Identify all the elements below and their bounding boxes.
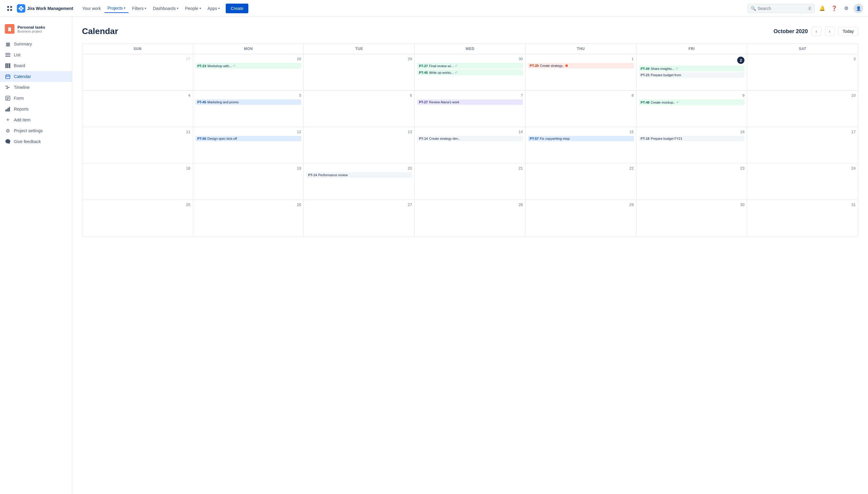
cell-date-number: 27 [306,203,412,207]
calendar-week-3: 181920PT-14Performance review21222324 [82,164,858,200]
calendar-cell[interactable]: 13 [304,127,415,163]
calendar-cell[interactable]: 29 [525,200,636,236]
logo-icon [17,4,25,13]
project-type: Business project [17,30,45,33]
sidebar-item-reports[interactable]: Reports [0,103,72,114]
calendar-cell[interactable]: 8 [525,91,636,127]
sidebar-item-give-feedback[interactable]: Give feedback [0,136,72,147]
month-year-display: October 2020 [774,28,808,35]
calendar-cell[interactable]: 14PT-14Create strategy den.. [415,127,525,163]
task-chip[interactable]: PT-27Review Alana's work [417,99,523,105]
sidebar-item-form[interactable]: Form [0,93,72,103]
help-button[interactable]: ❓ [829,4,839,13]
calendar-cell[interactable]: 23 [636,164,747,200]
calendar-cell[interactable]: 30PT-27Final review w/...✓PT-45Write up … [415,54,525,90]
settings-button[interactable]: ⚙ [842,4,851,13]
search-box[interactable]: 🔍 / [747,4,815,13]
task-chip[interactable]: PT-45Write up works...✓ [417,70,523,75]
task-chip[interactable]: PT-23Prepare budget from [639,72,745,78]
calendar-cell[interactable]: 26 [193,200,304,236]
sidebar-item-summary[interactable]: ▦ Summary [0,39,72,50]
calendar-cell[interactable]: 1PT-20Create strategy.. [525,54,636,90]
user-avatar[interactable]: 👤 [853,4,863,13]
task-chip[interactable]: PT-20Create strategy.. [528,63,634,69]
calendar-cell[interactable]: 29 [304,54,415,90]
calendar-cell[interactable]: 19 [193,164,304,200]
calendar-cell[interactable]: 16PT-18Prepare budget FY21 [636,127,747,163]
calendar-cell[interactable]: 4 [82,91,193,127]
task-check-icon: ✓ [676,100,679,104]
svg-rect-13 [6,76,10,77]
sidebar-item-timeline[interactable]: Timeline [0,82,72,93]
svg-rect-12 [8,74,9,76]
nav-dashboards[interactable]: Dashboards ▾ [150,4,181,13]
calendar-cell[interactable]: 25 [82,200,193,236]
task-chip[interactable]: PT-44Share insights...✓ [639,66,745,71]
task-id: PT-20 [530,64,539,68]
calendar-cell[interactable]: 15PT-57Fix copywriting misp [525,127,636,163]
calendar-cell[interactable]: 22 [525,164,636,200]
task-chip[interactable]: PT-56Design spec kick-off [196,136,301,141]
create-button[interactable]: Create [226,4,248,13]
nav-people[interactable]: People ▾ [182,4,204,13]
list-icon [5,52,11,58]
cell-date-number: 15 [528,130,634,134]
calendar-cell[interactable]: 20PT-14Performance review [304,164,415,200]
calendar-cell[interactable]: 2PT-44Share insights...✓PT-23Prepare bud… [636,54,747,90]
calendar-cell[interactable]: 9PT-48Create mockup..✓ [636,91,747,127]
logo[interactable]: Jira Work Management [17,4,73,13]
calendar-cell[interactable]: 27 [304,200,415,236]
calendar-cell[interactable]: 3 [747,54,858,90]
calendar-cell[interactable]: 28 [415,200,525,236]
nav-projects[interactable]: Projects ▾ [105,4,129,13]
svg-rect-15 [7,87,10,88]
task-chip[interactable]: PT-48Create mockup..✓ [639,99,745,105]
task-chip[interactable]: PT-27Final review w/...✓ [417,63,523,69]
calendar-cell[interactable]: 27 [82,54,193,90]
task-chip[interactable]: PT-57Fix copywriting misp [528,136,634,141]
task-label: Create mockup.. [651,101,675,104]
sidebar-item-board[interactable]: Board [0,60,72,71]
calendar-cell[interactable]: 24 [747,164,858,200]
nav-your-work[interactable]: Your work [79,4,104,13]
board-label: Board [14,63,25,68]
svg-rect-7 [5,63,7,68]
cell-date-number: 2 [737,57,744,64]
calendar-weeks: 2728PT-23Workshop with...✓2930PT-27Final… [82,54,858,236]
form-icon [5,95,11,101]
svg-rect-9 [9,63,10,68]
calendar-cell[interactable]: 7PT-27Review Alana's work [415,91,525,127]
search-shortcut: / [808,6,812,11]
sidebar-item-add-item[interactable]: + Add item [0,114,72,125]
prev-month-button[interactable]: ‹ [812,26,821,36]
calendar-cell[interactable]: 18 [82,164,193,200]
calendar-cell[interactable]: 31 [747,200,858,236]
calendar-cell[interactable]: 12PT-56Design spec kick-off [193,127,304,163]
notifications-button[interactable]: 🔔 [817,4,827,13]
calendar-cell[interactable]: 30 [636,200,747,236]
search-input[interactable] [758,6,806,11]
next-month-button[interactable]: › [825,26,834,36]
calendar-cell[interactable]: 11 [82,127,193,163]
calendar-cell[interactable]: 28PT-23Workshop with...✓ [193,54,304,90]
task-chip[interactable]: PT-18Prepare budget FY21 [639,136,745,141]
cell-date-number: 13 [306,130,412,134]
sidebar-item-calendar[interactable]: Calendar [0,71,72,82]
task-chip[interactable]: PT-14Performance review [306,172,412,178]
cell-date-number: 8 [528,93,634,98]
task-chip[interactable]: PT-45Marketing and promo [196,99,301,105]
calendar-cell[interactable]: 10 [747,91,858,127]
grid-menu-icon[interactable] [5,4,15,13]
nav-apps[interactable]: Apps ▾ [205,4,223,13]
calendar-cell[interactable]: 6 [304,91,415,127]
nav-filters[interactable]: Filters ▾ [129,4,149,13]
nav-items: Your work Projects ▾ Filters ▾ Dashboard… [79,4,746,13]
calendar-cell[interactable]: 17 [747,127,858,163]
today-button[interactable]: Today [838,27,858,36]
task-chip[interactable]: PT-23Workshop with...✓ [196,63,301,69]
calendar-cell[interactable]: 21 [415,164,525,200]
sidebar-item-list[interactable]: List [0,50,72,60]
calendar-cell[interactable]: 5PT-45Marketing and promo [193,91,304,127]
task-chip[interactable]: PT-14Create strategy den.. [417,136,523,141]
sidebar-item-project-settings[interactable]: ⚙ Project settings [0,125,72,136]
